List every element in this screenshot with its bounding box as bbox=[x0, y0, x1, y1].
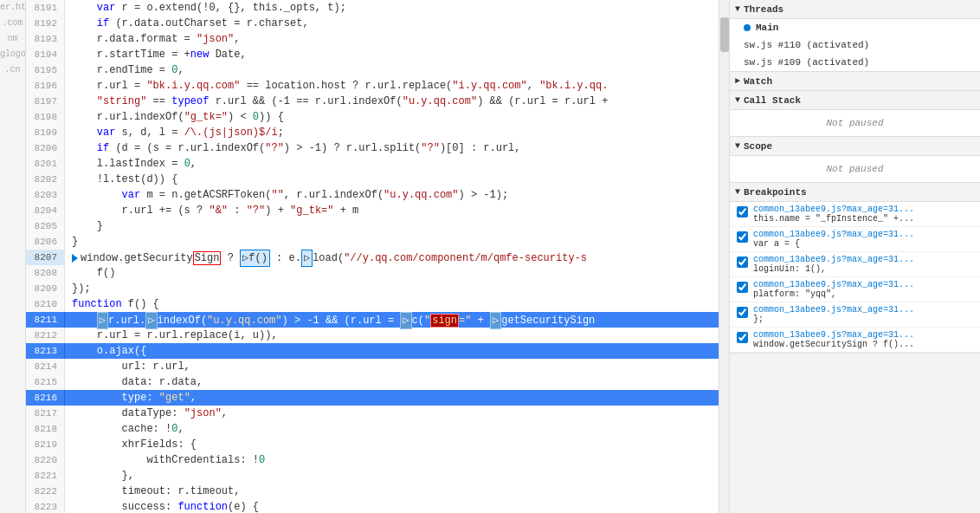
table-row: 8209 }); bbox=[26, 281, 719, 296]
table-row: 8191 var r = o.extend(!0, {}, this._opts… bbox=[26, 0, 719, 16]
thread-main-label: Main bbox=[756, 23, 778, 33]
watch-header[interactable]: ► Watch bbox=[730, 72, 980, 91]
breakpoint-item-0: common_13abee9.js?max_age=31... this.nam… bbox=[730, 202, 980, 227]
table-row: 8207 window.getSecuritySign ? ▷f() : e.▷… bbox=[26, 250, 719, 265]
table-row: 8213 o.ajax({ bbox=[26, 343, 719, 359]
breakpoint-code-0: this.name = "_fpInstence_" +... bbox=[753, 214, 973, 224]
table-row: 8192 if (r.data.outCharset = r.charset, bbox=[26, 16, 719, 31]
breakpoint-text-4: common_13abee9.js?max_age=31... }; bbox=[753, 305, 973, 324]
breakpoint-checkbox-0[interactable] bbox=[737, 206, 748, 218]
left-label-4: .cn bbox=[0, 62, 25, 78]
table-row: 8210 function f() { bbox=[26, 296, 719, 312]
breakpoint-text-5: common_13abee9.js?max_age=31... window.g… bbox=[753, 330, 973, 349]
call-stack-collapse-icon: ▼ bbox=[735, 95, 740, 105]
scope-collapse-icon: ▼ bbox=[735, 141, 740, 151]
thread-sw109-label: sw.js #109 (activated) bbox=[744, 57, 869, 68]
thread-item-main[interactable]: Main bbox=[730, 19, 980, 36]
breakpoint-text-1: common_13abee9.js?max_age=31... var a = … bbox=[753, 230, 973, 249]
breakpoint-code-2: loginUin: 1(), bbox=[753, 264, 973, 274]
call-stack-header[interactable]: ▼ Call Stack bbox=[730, 91, 980, 110]
scrollbar-thumb[interactable] bbox=[720, 17, 729, 52]
table-row: 8221 }, bbox=[26, 468, 719, 484]
table-row: 8202 !l.test(d)) { bbox=[26, 172, 719, 187]
threads-header[interactable]: ▼ Threads bbox=[730, 0, 980, 19]
table-row: 8193 r.data.format = "json", bbox=[26, 31, 719, 47]
table-row: 8214 url: r.url, bbox=[26, 359, 719, 374]
breakpoint-item-5: common_13abee9.js?max_age=31... window.g… bbox=[730, 328, 980, 353]
breakpoint-filename-1: common_13abee9.js?max_age=31... bbox=[753, 230, 973, 239]
call-stack-status: Not paused bbox=[730, 110, 980, 136]
table-row: 8204 r.url += (s ? "&" : "?") + "g_tk=" … bbox=[26, 203, 719, 218]
breakpoint-item-1: common_13abee9.js?max_age=31... var a = … bbox=[730, 227, 980, 252]
table-row: 8205 } bbox=[26, 218, 719, 234]
breakpoint-checkbox-2[interactable] bbox=[737, 256, 748, 268]
left-label-0: er.html bbox=[0, 0, 25, 16]
watch-collapse-icon: ► bbox=[735, 76, 740, 86]
table-row: 8222 timeout: r.timeout, bbox=[26, 484, 719, 499]
threads-collapse-icon: ▼ bbox=[735, 4, 740, 14]
breakpoint-item-3: common_13abee9.js?max_age=31... platform… bbox=[730, 277, 980, 302]
breakpoint-filename-2: common_13abee9.js?max_age=31... bbox=[753, 255, 973, 264]
vertical-scrollbar[interactable] bbox=[719, 0, 729, 513]
call-stack-section: ▼ Call Stack Not paused bbox=[730, 91, 980, 137]
thread-active-dot bbox=[744, 24, 751, 31]
thread-item-sw110[interactable]: sw.js #110 (activated) bbox=[730, 36, 980, 54]
breakpoint-code-3: platform: "yqq", bbox=[753, 289, 973, 299]
breakpoint-item-4: common_13abee9.js?max_age=31... }; bbox=[730, 302, 980, 328]
scope-content: Not paused bbox=[730, 156, 980, 183]
watch-section: ► Watch bbox=[730, 72, 980, 91]
table-row: 8203 var m = n.getACSRFToken("", r.url.i… bbox=[26, 187, 719, 203]
table-row: 8201 l.lastIndex = 0, bbox=[26, 156, 719, 172]
breakpoint-code-4: }; bbox=[753, 315, 973, 324]
breakpoint-filename-5: common_13abee9.js?max_age=31... bbox=[753, 330, 973, 340]
breakpoint-filename-3: common_13abee9.js?max_age=31... bbox=[753, 280, 973, 289]
scope-label: Scope bbox=[744, 141, 772, 152]
scope-status: Not paused bbox=[730, 156, 980, 182]
left-label-3: glogo.cn bbox=[0, 47, 25, 62]
call-stack-label: Call Stack bbox=[744, 95, 801, 106]
scope-header[interactable]: ▼ Scope bbox=[730, 137, 980, 156]
table-row: 8217 dataType: "json", bbox=[26, 406, 719, 421]
thread-item-sw109[interactable]: sw.js #109 (activated) bbox=[730, 54, 980, 71]
table-row: 8206 } bbox=[26, 234, 719, 250]
table-row: 8215 data: r.data, bbox=[26, 374, 719, 390]
breakpoint-checkbox-1[interactable] bbox=[737, 231, 748, 243]
breakpoint-text-2: common_13abee9.js?max_age=31... loginUin… bbox=[753, 255, 973, 274]
table-row: 8212 r.url = r.url.replace(i, u)), bbox=[26, 328, 719, 343]
watch-label: Watch bbox=[744, 76, 772, 87]
left-label-1: .com bbox=[0, 16, 25, 31]
breakpoint-filename-0: common_13abee9.js?max_age=31... bbox=[753, 205, 973, 214]
threads-content: Main sw.js #110 (activated) sw.js #109 (… bbox=[730, 19, 980, 72]
thread-sw110-label: sw.js #110 (activated) bbox=[744, 40, 869, 50]
table-row: 8195 r.endTime = 0, bbox=[26, 62, 719, 78]
breakpoint-checkbox-4[interactable] bbox=[737, 307, 748, 318]
breakpoint-code-5: window.getSecuritySign ? f()... bbox=[753, 340, 973, 349]
threads-section: ▼ Threads Main sw.js #110 (activated) sw… bbox=[730, 0, 980, 72]
table-row: 8198 r.url.indexOf("g_tk=") < 0)) { bbox=[26, 109, 719, 125]
breakpoints-section: ▼ Breakpoints common_13abee9.js?max_age=… bbox=[730, 183, 980, 513]
call-stack-content: Not paused bbox=[730, 110, 980, 137]
table-row: 8208 f() bbox=[26, 265, 719, 281]
table-row: 8220 withCredentials: !0 bbox=[26, 452, 719, 468]
breakpoints-collapse-icon: ▼ bbox=[735, 187, 740, 197]
breakpoints-header[interactable]: ▼ Breakpoints bbox=[730, 183, 980, 202]
table-row: 8196 r.url = "bk.i.y.qq.com" == location… bbox=[26, 78, 719, 94]
scope-section: ▼ Scope Not paused bbox=[730, 137, 980, 183]
breakpoint-text-3: common_13abee9.js?max_age=31... platform… bbox=[753, 280, 973, 299]
code-lines: 8191 var r = o.extend(!0, {}, this._opts… bbox=[26, 0, 719, 513]
code-editor: er.html .com om glogo.cn .cn 8191 var r … bbox=[0, 0, 729, 513]
breakpoint-checkbox-3[interactable] bbox=[737, 282, 748, 293]
left-label-sidebar: er.html .com om glogo.cn .cn bbox=[0, 0, 26, 513]
table-row: 8216 type: "get", bbox=[26, 390, 719, 406]
table-row: 8200 if (d = (s = r.url.indexOf("?") > -… bbox=[26, 140, 719, 156]
breakpoint-code-1: var a = { bbox=[753, 239, 973, 249]
table-row: 8197 "string" == typeof r.url && (-1 == … bbox=[26, 94, 719, 109]
table-row: 8218 cache: !0, bbox=[26, 421, 719, 437]
table-row: 8223 success: function(e) { bbox=[26, 499, 719, 513]
breakpoint-text-0: common_13abee9.js?max_age=31... this.nam… bbox=[753, 205, 973, 224]
threads-label: Threads bbox=[744, 4, 783, 15]
breakpoint-checkbox-5[interactable] bbox=[737, 332, 748, 343]
breakpoint-filename-4: common_13abee9.js?max_age=31... bbox=[753, 305, 973, 315]
table-row: 8199 var s, d, l = /\.(js|json)$/i; bbox=[26, 125, 719, 140]
table-row: 8211 ▷r.url.▷indexOf("u.y.qq.com") > -1 … bbox=[26, 312, 719, 328]
